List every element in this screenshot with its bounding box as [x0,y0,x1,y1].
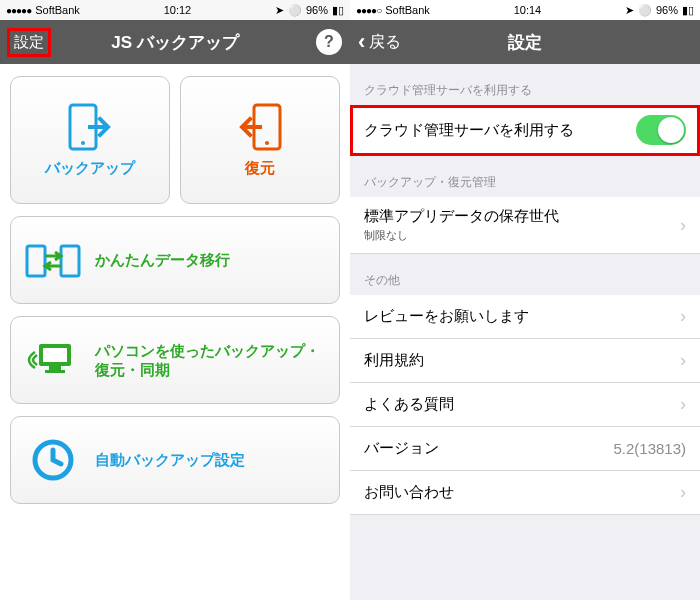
terms-label: 利用規約 [364,351,424,370]
cloud-toggle[interactable] [636,115,686,145]
review-label: レビューをお願いします [364,307,529,326]
faq-label: よくある質問 [364,395,454,414]
main-content: バックアップ 復元 [0,64,350,600]
version-value: 5.2(13813) [613,440,686,457]
cloud-server-toggle-cell[interactable]: クラウド管理サーバを利用する [350,105,700,156]
clock-icon [25,436,81,484]
status-bar: ●●●●● SoftBank 10:12 ➤ ⚪ 96% ▮▯ [0,0,350,20]
bluetooth-icon: ⚪ [288,4,302,17]
battery-percent: 96% [656,4,678,16]
status-bar: ●●●●○ SoftBank 10:14 ➤ ⚪ 96% ▮▯ [350,0,700,20]
svg-rect-4 [27,246,45,276]
help-button[interactable]: ? [316,29,342,55]
settings-button[interactable]: 設定 [8,29,50,56]
contact-label: お問い合わせ [364,483,454,502]
back-label: 戻る [369,32,401,53]
contact-cell[interactable]: お問い合わせ › [350,471,700,515]
signal-dots-icon: ●●●●● [6,5,31,16]
auto-backup-label: 自動バックアップ設定 [95,450,245,470]
page-title: 設定 [508,31,542,54]
battery-icon: ▮▯ [332,4,344,17]
nav-bar: ‹ 戻る 設定 [350,20,700,64]
version-cell: バージョン 5.2(13813) [350,427,700,471]
svg-rect-5 [61,246,79,276]
svg-rect-8 [49,366,61,370]
restore-label: 復元 [245,159,275,178]
settings-content: クラウド管理サーバを利用する クラウド管理サーバを利用する バックアップ・復元管… [350,64,700,600]
chevron-right-icon: › [680,482,686,503]
version-label: バージョン [364,439,439,458]
carrier-label: SoftBank [35,4,80,16]
chevron-right-icon: › [680,350,686,371]
nav-bar: 設定 JS バックアップ ? [0,20,350,64]
review-cell[interactable]: レビューをお願いします › [350,295,700,339]
svg-rect-9 [45,370,65,373]
carrier-label: SoftBank [385,4,430,16]
generations-label: 標準アプリデータの保存世代 [364,207,559,226]
battery-icon: ▮▯ [682,4,694,17]
generations-cell[interactable]: 標準アプリデータの保存世代 制限なし › [350,197,700,254]
backup-icon [62,103,118,151]
section-header-cloud: クラウド管理サーバを利用する [350,64,700,105]
page-title: JS バックアップ [111,31,239,54]
screen-main: ●●●●● SoftBank 10:12 ➤ ⚪ 96% ▮▯ 設定 JS バッ… [0,0,350,600]
restore-icon [232,103,288,151]
generations-sub: 制限なし [364,228,559,243]
battery-percent: 96% [306,4,328,16]
chevron-right-icon: › [680,306,686,327]
faq-cell[interactable]: よくある質問 › [350,383,700,427]
restore-button[interactable]: 復元 [180,76,340,204]
backup-button[interactable]: バックアップ [10,76,170,204]
easy-transfer-button[interactable]: かんたんデータ移行 [10,216,340,304]
pc-backup-button[interactable]: パソコンを使ったバックアップ・復元・同期 [10,316,340,404]
screen-settings: ●●●●○ SoftBank 10:14 ➤ ⚪ 96% ▮▯ ‹ 戻る 設定 … [350,0,700,600]
terms-cell[interactable]: 利用規約 › [350,339,700,383]
pc-backup-label: パソコンを使ったバックアップ・復元・同期 [95,341,325,380]
backup-label: バックアップ [45,159,135,178]
pc-icon [25,338,81,382]
clock-label: 10:14 [514,4,542,16]
transfer-icon [25,240,81,280]
chevron-right-icon: › [680,394,686,415]
back-button[interactable]: ‹ 戻る [358,29,401,55]
location-icon: ➤ [625,4,634,17]
signal-dots-icon: ●●●●○ [356,5,381,16]
help-icon: ? [324,33,334,51]
cloud-toggle-label: クラウド管理サーバを利用する [364,121,574,140]
svg-point-1 [81,141,85,145]
auto-backup-button[interactable]: 自動バックアップ設定 [10,416,340,504]
chevron-left-icon: ‹ [358,29,365,55]
clock-label: 10:12 [164,4,192,16]
bluetooth-icon: ⚪ [638,4,652,17]
svg-rect-7 [43,348,67,362]
settings-button-label: 設定 [14,33,44,52]
section-header-backup: バックアップ・復元管理 [350,156,700,197]
chevron-right-icon: › [680,215,686,236]
easy-transfer-label: かんたんデータ移行 [95,250,230,270]
section-header-other: その他 [350,254,700,295]
svg-point-3 [265,141,269,145]
location-icon: ➤ [275,4,284,17]
